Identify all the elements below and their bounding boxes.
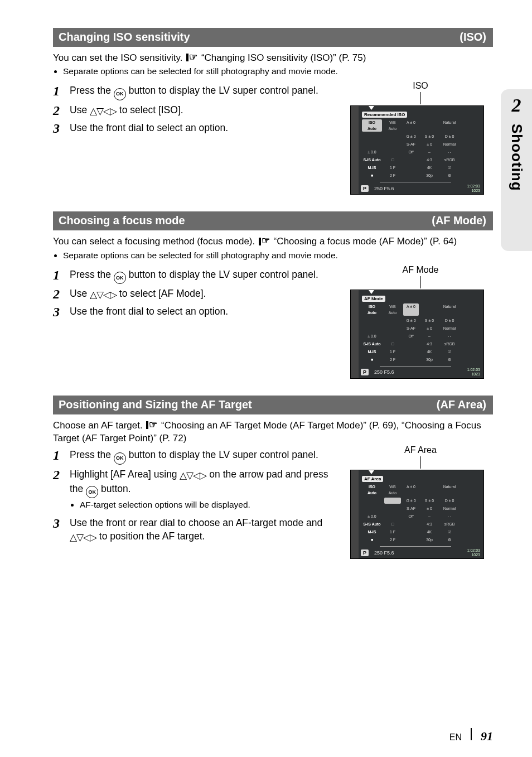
lv-cell: D ± 0 bbox=[440, 498, 459, 504]
lv-cell bbox=[362, 317, 382, 324]
lv-cell bbox=[461, 521, 480, 527]
lv-cell: 4:3 bbox=[421, 341, 438, 347]
arrow-pad-icon: △▽◁▷ bbox=[180, 470, 206, 483]
lv-cell bbox=[384, 317, 401, 324]
lv-cell bbox=[461, 119, 480, 132]
section-intro: Choose an AF target. ☞ “Choosing an AF T… bbox=[53, 419, 493, 445]
lv-cell bbox=[403, 349, 419, 355]
lv-cell: ⚙ bbox=[440, 172, 459, 179]
lv-cell bbox=[461, 165, 480, 171]
lv-cell: 2 F bbox=[384, 172, 401, 179]
section-title: Positioning and Sizing the AF Target bbox=[59, 398, 252, 411]
step: 1 Press the OK button to display the LV … bbox=[53, 268, 344, 285]
lv-cell: A ± 0 bbox=[403, 119, 419, 132]
step: 2 Highlight [AF Area] using △▽◁▷ on the … bbox=[53, 468, 344, 513]
lv-cell: Off bbox=[403, 513, 419, 519]
lv-cell: Normal bbox=[440, 141, 459, 147]
lv-cell bbox=[384, 149, 401, 155]
lv-cell bbox=[461, 303, 480, 316]
lv-cell: Natural bbox=[440, 303, 459, 316]
lv-cell: Natural bbox=[440, 484, 459, 496]
lv-cell bbox=[384, 498, 401, 504]
lv-cell: 1 F bbox=[384, 529, 401, 535]
frame-counts: 1:02:031023 bbox=[467, 368, 480, 377]
chapter-number: 2 bbox=[512, 95, 521, 116]
lv-cell: ± 0 bbox=[421, 141, 438, 147]
section-heading: Positioning and Sizing the AF Target (AF… bbox=[53, 396, 493, 414]
step-text: Highlight [AF Area] using △▽◁▷ on the ar… bbox=[70, 468, 344, 513]
lv-cell: G ± 0 bbox=[403, 498, 419, 504]
highlight-caret-icon bbox=[369, 290, 374, 294]
lv-cell: ⚙ bbox=[440, 537, 459, 543]
step-text: Use △▽◁▷ to select [ISO]. bbox=[70, 104, 344, 118]
lv-cell bbox=[403, 529, 419, 535]
step-text: Press the OK button to display the LV su… bbox=[70, 268, 344, 285]
lv-cell: S-AF bbox=[403, 325, 419, 331]
footer-divider bbox=[471, 728, 472, 740]
lv-cell: 30p bbox=[421, 537, 438, 543]
section-title: Choosing a focus mode bbox=[59, 214, 185, 227]
lv-panel-figure: ISO Recommended ISO ISOAutoWBAutoA ± 0Na… bbox=[348, 81, 493, 195]
lv-cell: S ± 0 bbox=[421, 133, 438, 139]
lv-cell bbox=[461, 498, 480, 504]
lv-cell bbox=[362, 498, 382, 504]
lv-cell bbox=[461, 317, 480, 324]
lv-cell: M-IS bbox=[362, 529, 382, 535]
step-sub-bullets: AF-target selection options will be disp… bbox=[70, 499, 344, 511]
lv-cell: 30p bbox=[421, 172, 438, 179]
lv-cell bbox=[461, 141, 480, 147]
lv-cell: sRGB bbox=[440, 341, 459, 347]
lv-pointer-line bbox=[420, 276, 421, 288]
lv-cell bbox=[362, 133, 382, 139]
reference-icon: ☞ bbox=[145, 419, 158, 432]
lv-cell bbox=[403, 172, 419, 179]
lv-cell bbox=[461, 505, 480, 512]
step: 1 Press the OK button to display the LV … bbox=[53, 84, 344, 100]
section-intro: You can select a focusing method (focus … bbox=[53, 235, 493, 248]
lv-cell: - - bbox=[440, 513, 459, 519]
lv-cell bbox=[384, 141, 401, 147]
lv-cell: ■ bbox=[362, 537, 382, 543]
mode-badge: P bbox=[361, 185, 369, 192]
lv-cell bbox=[461, 356, 480, 363]
mode-badge: P bbox=[361, 369, 369, 375]
lv-super-control-panel: AF Mode ISOAutoWBAutoA ± 0NaturalG ± 0S … bbox=[350, 290, 484, 379]
arrow-pad-icon: △▽◁▷ bbox=[90, 105, 117, 118]
lv-cell: 2 F bbox=[384, 537, 401, 543]
lv-cell: – bbox=[421, 333, 438, 339]
lv-cell: - - bbox=[440, 149, 459, 155]
lv-cell bbox=[461, 133, 480, 139]
lv-cell bbox=[461, 333, 480, 339]
lv-pointer-line bbox=[420, 92, 421, 104]
lv-panel-figure: AF Area AF Area ISOAutoWBAutoA ± 0Natura… bbox=[348, 445, 493, 559]
lv-cell: Off bbox=[403, 333, 419, 339]
step: 2 Use △▽◁▷ to select [AF Mode]. bbox=[53, 287, 344, 302]
ok-button-icon: OK bbox=[114, 88, 126, 100]
lv-cell bbox=[461, 513, 480, 519]
section-heading: Choosing a focus mode (AF Mode) bbox=[53, 211, 493, 230]
lv-super-control-panel: AF Area ISOAutoWBAutoA ± 0NaturalG ± 0S … bbox=[350, 470, 484, 559]
step-text: Use the front dial to select an option. bbox=[70, 305, 344, 319]
lv-panel-figure: AF Mode AF Mode ISOAutoWBAutoA ± 0Natura… bbox=[348, 265, 493, 379]
lv-cell: 4:3 bbox=[421, 157, 438, 163]
lv-cell: ⚙ bbox=[440, 356, 459, 363]
lv-cell: S-IS Auto bbox=[362, 521, 382, 527]
lv-cell: Normal bbox=[440, 325, 459, 331]
ok-button-icon: OK bbox=[114, 272, 126, 284]
lv-cell bbox=[384, 325, 401, 331]
lv-cell: 1 F bbox=[384, 349, 401, 355]
lv-cell: – bbox=[421, 513, 438, 519]
lv-cell: Natural bbox=[440, 119, 459, 132]
lv-cell: D ± 0 bbox=[440, 133, 459, 139]
lv-cell: Off bbox=[403, 149, 419, 155]
page-footer: EN 91 bbox=[449, 728, 493, 744]
lv-cell: ± 0.0 bbox=[362, 149, 382, 155]
lv-cell: A ± 0 bbox=[403, 303, 419, 316]
lv-cell bbox=[461, 537, 480, 543]
lv-cell: WBAuto bbox=[384, 303, 401, 316]
lv-cell: WBAuto bbox=[384, 119, 401, 132]
lv-cell: □ bbox=[384, 521, 401, 527]
lv-pointer-label: AF Mode bbox=[348, 265, 493, 275]
section-title: Changing ISO sensitivity bbox=[59, 31, 190, 44]
lv-cell: S ± 0 bbox=[421, 498, 438, 504]
